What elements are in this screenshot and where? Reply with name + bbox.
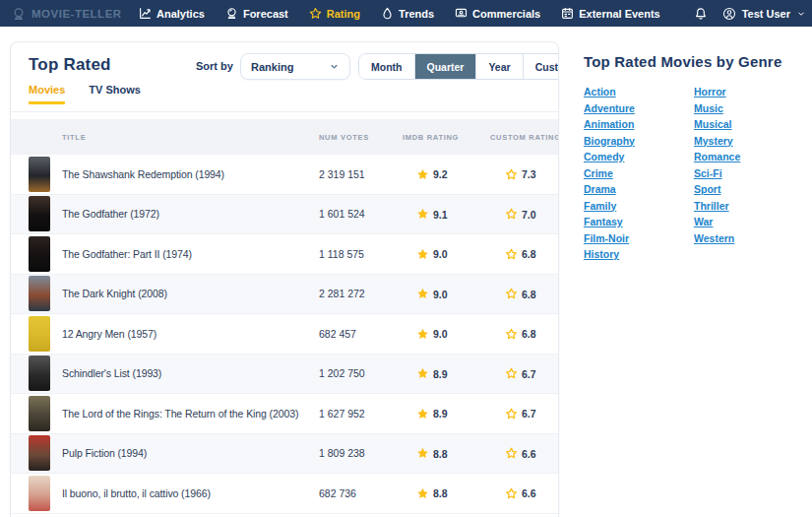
- genre-link-comedy[interactable]: Comedy: [584, 152, 624, 162]
- custom-rating[interactable]: 6.7: [505, 407, 536, 420]
- genre-link-film-noir[interactable]: Film-Noir: [584, 233, 629, 244]
- bell-icon[interactable]: [694, 7, 708, 21]
- period-toggle: MonthQuarterYearCustom: [358, 53, 559, 80]
- movie-title: Pulp Fiction (1994): [62, 447, 147, 459]
- star-outline-icon: [505, 447, 518, 460]
- custom-rating[interactable]: 6.8: [505, 327, 536, 340]
- star-filled-icon: [416, 247, 429, 260]
- crystal-ball-logo-icon: [12, 7, 26, 21]
- genre-link-horror[interactable]: Horror: [694, 87, 726, 97]
- nav-item-forecast[interactable]: Forecast: [225, 7, 288, 20]
- table-row[interactable]: Pulp Fiction (1994)1 809 2388.86.6: [11, 434, 558, 475]
- app-logo[interactable]: MOVIE-TELLER: [12, 0, 122, 27]
- column-header-num-votes: NUM VOTES: [319, 133, 369, 142]
- movie-poster: [29, 276, 50, 311]
- genre-link-fantasy[interactable]: Fantasy: [584, 217, 623, 227]
- movie-title: Schindler's List (1993): [62, 367, 161, 379]
- table-row[interactable]: The Lord of the Rings: The Return of the…: [11, 394, 558, 434]
- genre-link-music[interactable]: Music: [694, 103, 723, 114]
- star-outline-icon: [505, 208, 518, 221]
- genre-column-1: ActionAdventureAnimationBiographyComedyC…: [584, 87, 694, 260]
- star-filled-icon: [416, 486, 429, 499]
- top-rated-card: Top Rated Sort by Ranking MonthQuarterYe…: [10, 41, 559, 517]
- custom-rating[interactable]: 6.7: [505, 367, 536, 380]
- star-outline-icon: [505, 327, 518, 340]
- movie-poster: [29, 196, 50, 231]
- genre-link-western[interactable]: Western: [694, 233, 734, 244]
- user-menu[interactable]: Test User: [722, 7, 806, 21]
- table-row[interactable]: 12 Angry Men (1957)682 4579.06.8: [11, 314, 558, 355]
- genre-link-drama[interactable]: Drama: [584, 184, 616, 195]
- calendar-icon: [561, 7, 574, 20]
- custom-rating[interactable]: 6.6: [505, 486, 536, 499]
- genre-link-musical[interactable]: Musical: [694, 119, 732, 130]
- period-option-quarter[interactable]: Quarter: [414, 54, 476, 79]
- tab-movies[interactable]: Movies: [29, 84, 65, 104]
- star-icon: [309, 7, 322, 20]
- custom-rating[interactable]: 7.0: [505, 208, 536, 221]
- movie-poster: [29, 316, 50, 352]
- custom-rating[interactable]: 7.3: [505, 167, 536, 180]
- period-option-month[interactable]: Month: [359, 54, 414, 79]
- page-title: Top Rated: [29, 55, 111, 75]
- movie-title: The Godfather (1972): [62, 208, 159, 220]
- genre-link-romance[interactable]: Romance: [694, 152, 740, 162]
- sort-dropdown[interactable]: Ranking: [240, 53, 350, 80]
- movie-poster: [29, 435, 50, 471]
- nav-item-trends[interactable]: Trends: [381, 7, 434, 20]
- nav-item-external-events[interactable]: External Events: [561, 7, 660, 20]
- genre-link-sci-fi[interactable]: Sci-Fi: [694, 168, 722, 179]
- line-chart-icon: [139, 7, 152, 20]
- movie-num-votes: 1 202 750: [319, 367, 365, 379]
- period-option-custom[interactable]: Custom: [523, 54, 559, 79]
- custom-rating[interactable]: 6.6: [505, 447, 536, 460]
- star-outline-icon: [505, 288, 518, 300]
- imdb-rating: 9.2: [416, 167, 448, 180]
- table-row[interactable]: Schindler's List (1993)1 202 7508.96.7: [11, 355, 558, 395]
- star-outline-icon: [505, 247, 518, 260]
- movie-title: The Lord of the Rings: The Return of the…: [62, 408, 298, 420]
- table-row[interactable]: The Godfather (1972)1 601 5249.17.0: [11, 195, 558, 235]
- movie-title: The Dark Knight (2008): [62, 288, 167, 299]
- imdb-rating: 8.8: [416, 447, 448, 460]
- nav-item-label: Rating: [327, 8, 360, 20]
- movie-title: The Shawshank Redemption (1994): [62, 168, 224, 180]
- movie-poster: [29, 476, 50, 511]
- table-row[interactable]: Il buono, il brutto, il cattivo (1966)68…: [11, 474, 558, 514]
- genre-link-adventure[interactable]: Adventure: [584, 103, 635, 114]
- genre-link-war[interactable]: War: [694, 217, 713, 227]
- genre-link-animation[interactable]: Animation: [584, 119, 634, 130]
- genre-link-history[interactable]: History: [584, 249, 619, 260]
- nav-item-commercials[interactable]: Commercials: [455, 7, 540, 20]
- column-header-imdb-rating: IMDB RATING: [403, 133, 459, 142]
- drop-icon: [381, 7, 394, 20]
- custom-rating[interactable]: 6.8: [505, 288, 536, 300]
- table-row[interactable]: The Godfather: Part II (1974)1 118 5759.…: [11, 234, 558, 275]
- genre-link-crime[interactable]: Crime: [584, 168, 613, 179]
- movie-num-votes: 1 601 524: [319, 208, 365, 220]
- topbar-right-group: Test User: [694, 0, 806, 27]
- tab-tv-shows[interactable]: TV Shows: [89, 84, 141, 104]
- genre-link-thriller[interactable]: Thriller: [694, 201, 729, 212]
- genre-link-mystery[interactable]: Mystery: [694, 136, 733, 147]
- movie-poster: [29, 355, 50, 391]
- movie-num-votes: 1 627 952: [319, 408, 365, 420]
- imdb-rating: 9.1: [416, 208, 448, 221]
- custom-rating[interactable]: 6.8: [505, 247, 536, 260]
- star-outline-icon: [505, 486, 518, 499]
- genre-link-sport[interactable]: Sport: [694, 184, 720, 195]
- imdb-rating: 9.0: [416, 327, 448, 340]
- nav-item-analytics[interactable]: Analytics: [139, 7, 205, 20]
- imdb-rating: 9.0: [416, 288, 448, 300]
- star-filled-icon: [416, 367, 429, 380]
- genre-link-action[interactable]: Action: [584, 87, 616, 97]
- table-row[interactable]: The Shawshank Redemption (1994)2 319 151…: [11, 155, 558, 195]
- nav-item-label: Forecast: [243, 8, 288, 20]
- app-title: MOVIE-TELLER: [31, 8, 122, 20]
- period-option-year[interactable]: Year: [475, 54, 522, 79]
- nav-item-rating[interactable]: Rating: [309, 7, 360, 20]
- nav-item-label: Trends: [399, 8, 434, 20]
- table-row[interactable]: The Dark Knight (2008)2 281 2729.06.8: [11, 275, 558, 315]
- genre-link-biography[interactable]: Biography: [584, 136, 635, 147]
- genre-link-family[interactable]: Family: [584, 201, 616, 212]
